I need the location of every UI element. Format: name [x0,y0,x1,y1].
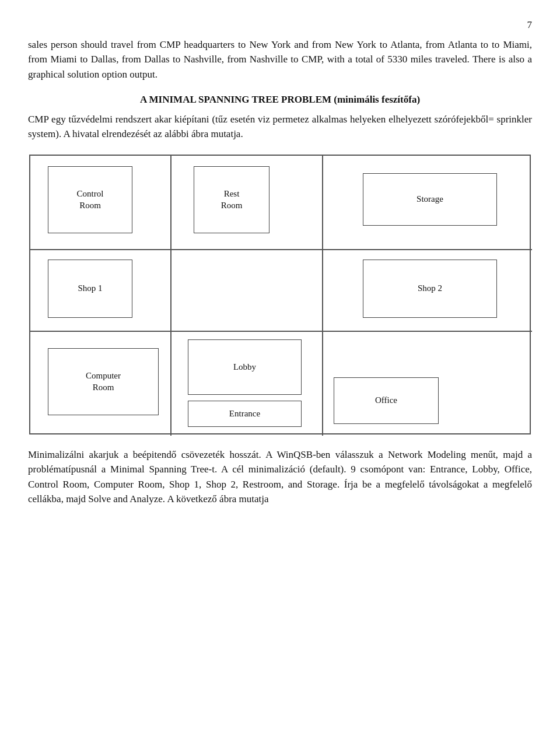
room-office: Office [334,377,439,424]
room-storage: Storage [363,173,497,226]
bottom-text: Minimalizálni akarjuk a beépitendő csöve… [28,447,532,507]
room-rest-room: RestRoom [194,166,270,233]
room-control-room: ControlRoom [48,166,132,233]
h-line-1 [30,249,532,250]
h-line-2 [30,331,532,332]
v-line-2 [322,156,323,436]
page-number: 7 [28,17,532,33]
v-line-1 [170,156,172,436]
intro-text: sales person should travel from CMP head… [28,37,532,82]
room-shop1: Shop 1 [48,260,132,318]
floor-plan-diagram: ControlRoom RestRoom Storage Shop 1 Shop… [29,155,531,434]
room-lobby: Lobby [188,339,302,395]
room-entrance: Entrance [188,401,302,427]
room-computer-room: ComputerRoom [48,348,159,415]
room-shop2: Shop 2 [363,260,497,318]
section-body: CMP egy tűzvédelmi rendszert akar kiépít… [28,112,532,142]
section-title: A MINIMAL SPANNING TREE PROBLEM (minimál… [28,92,532,107]
